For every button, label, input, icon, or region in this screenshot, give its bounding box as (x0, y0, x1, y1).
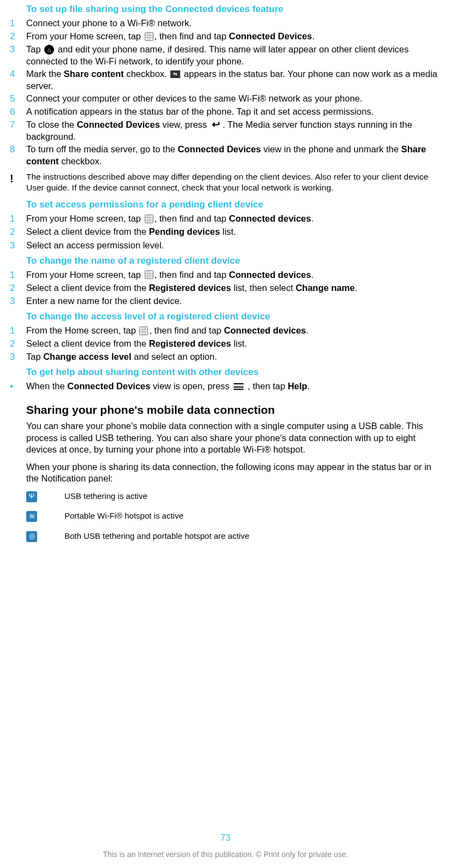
heading-access-permissions: To set access permissions for a pending … (26, 199, 441, 211)
list-item: 8 To turn off the media server, go to th… (10, 144, 441, 167)
table-row: ≋ Portable Wi-Fi® hotspot is active (26, 510, 441, 522)
usb-tethering-icon: Ψ (26, 491, 37, 502)
app-grid-icon (145, 270, 153, 279)
app-grid-icon (145, 215, 153, 223)
heading-get-help: To get help about sharing content with o… (26, 366, 441, 378)
heading-change-access-level: To change the access level of a register… (26, 311, 441, 323)
steps-change-name: 1 From your Home screen, tap , then find… (10, 269, 441, 307)
steps-change-access-level: 1 From the Home screen, tap , then find … (10, 325, 441, 363)
paragraph: You can share your phone's mobile data c… (26, 420, 441, 455)
app-grid-icon (145, 32, 153, 41)
steps-setup-file-sharing: 1 Connect your phone to a Wi-Fi® network… (10, 17, 441, 167)
list-item: 5 Connect your computer or other devices… (10, 93, 441, 105)
menu-icon (233, 383, 244, 390)
icon-legend-table: Ψ USB tethering is active ≋ Portable Wi-… (26, 490, 441, 542)
list-item: 1 From your Home screen, tap , then find… (10, 269, 441, 281)
icon-label: Portable Wi-Fi® hotspot is active (64, 510, 183, 521)
heading-setup-file-sharing: To set up file sharing using the Connect… (26, 3, 441, 15)
list-item: 1 Connect your phone to a Wi-Fi® network… (10, 17, 441, 29)
list-item: 2 Select a client device from the Pendin… (10, 226, 441, 238)
list-item: 2 Select a client device from the Regist… (10, 338, 441, 350)
important-note: ! The instructions described above may d… (10, 171, 441, 193)
back-icon: ↩ (211, 121, 222, 129)
list-item: 4 Mark the Share content checkbox. ⇆ app… (10, 68, 441, 92)
list-item: 3 Tap ⌂ and edit your phone name, if des… (10, 44, 441, 67)
list-item: 6 A notification appears in the status b… (10, 106, 441, 118)
paragraph: When your phone is sharing its data conn… (26, 461, 441, 485)
wifi-hotspot-icon: ≋ (26, 511, 37, 522)
icon-label: Both USB tethering and portable hotspot … (64, 531, 250, 542)
steps-access-permissions: 1 From your Home screen, tap , then find… (10, 213, 441, 251)
table-row: Ψ USB tethering is active (26, 490, 441, 502)
page-number: 73 (0, 833, 451, 844)
list-item: 2 Select a client device from the Regist… (10, 282, 441, 294)
list-item: 7 To close the Connected Devices view, p… (10, 119, 441, 142)
list-item: 1 From the Home screen, tap , then find … (10, 325, 441, 337)
table-row: ◎ Both USB tethering and portable hotspo… (26, 530, 441, 542)
heading-change-name: To change the name of a registered clien… (26, 255, 441, 267)
warning-icon: ! (10, 171, 26, 193)
page-footer: 73 This is an Internet version of this p… (0, 833, 451, 859)
copyright-note: This is an Internet version of this publ… (0, 849, 451, 859)
list-item: • When the Connected Devices view is ope… (10, 381, 441, 392)
heading-sharing-connection: Sharing your phone's mobile data connect… (26, 402, 441, 417)
bullet-icon: • (10, 381, 26, 392)
both-tethering-icon: ◎ (26, 531, 37, 542)
list-item: 1 From your Home screen, tap , then find… (10, 213, 441, 225)
list-item: 3 Enter a new name for the client device… (10, 295, 441, 307)
list-item: 3 Select an access permission level. (10, 240, 441, 252)
home-icon: ⌂ (44, 45, 54, 55)
app-grid-icon (139, 326, 148, 335)
list-item: 3 Tap Change access level and select an … (10, 351, 441, 363)
list-item: 2 From your Home screen, tap , then find… (10, 31, 441, 43)
media-server-icon: ⇆ (170, 70, 180, 78)
icon-label: USB tethering is active (64, 491, 147, 502)
